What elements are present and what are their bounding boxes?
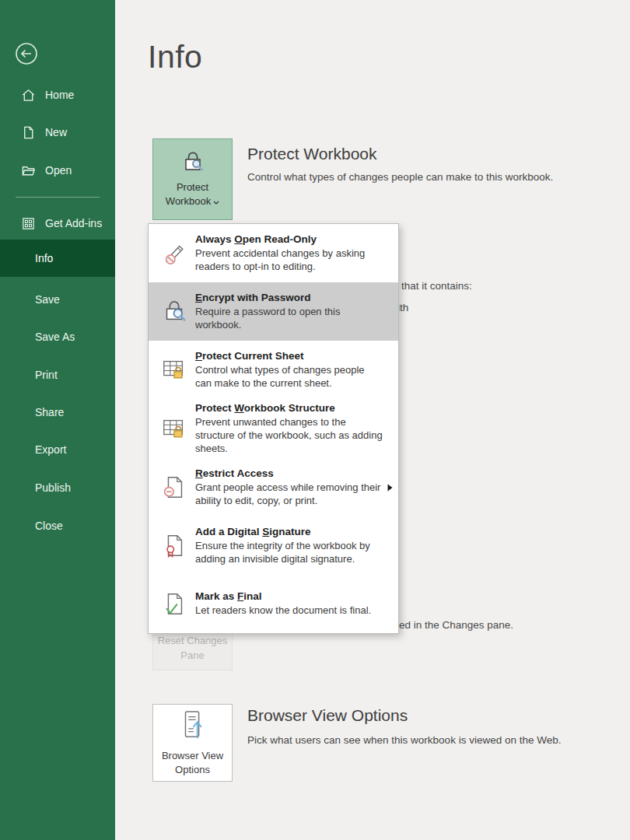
browser-view-options-description: Pick what users can see when this workbo…	[247, 734, 561, 746]
protect-workbook-description: Control what types of changes people can…	[247, 171, 553, 183]
menu-item-title: Always Open Read-Only	[195, 233, 383, 245]
menu-item-protect-workbook-structure[interactable]: Protect Workbook Structure Prevent unwan…	[149, 399, 398, 458]
sidebar-item-info[interactable]: Info	[0, 240, 115, 277]
menu-item-title: Restrict Access	[195, 467, 383, 479]
browser-view-options-heading: Browser View Options	[247, 706, 408, 725]
back-icon	[13, 56, 40, 69]
menu-item-mark-as-final[interactable]: Mark as Final Let readers know the docum…	[149, 575, 398, 633]
doc-check-icon	[158, 591, 191, 618]
sidebar-item-label: Save	[35, 293, 60, 306]
sidebar-item-label: New	[45, 126, 67, 138]
sidebar-item-home[interactable]: Home	[0, 76, 115, 114]
sidebar-item-export[interactable]: Export	[0, 431, 115, 468]
menu-item-description: Ensure the integrity of the workbook by …	[195, 539, 383, 565]
home-icon	[21, 87, 37, 103]
menu-item-description: Control what types of changes people can…	[195, 363, 383, 390]
menu-item-title: Encrypt with Password	[195, 292, 383, 303]
sidebar-item-label: Info	[35, 252, 53, 264]
menu-item-description: Require a password to open this workbook…	[195, 305, 383, 331]
back-button[interactable]	[13, 40, 40, 67]
menu-item-protect-current-sheet[interactable]: Protect Current Sheet Control what types…	[149, 341, 398, 399]
menu-item-restrict-access[interactable]: Restrict Access Grant people access whil…	[149, 458, 398, 516]
sidebar-item-label: Export	[35, 443, 66, 456]
menu-item-title: Protect Current Sheet	[195, 350, 383, 362]
doc-restrict-icon	[158, 474, 191, 501]
sidebar-item-save[interactable]: Save	[0, 281, 115, 318]
sidebar-item-new[interactable]: New	[0, 114, 115, 151]
protect-workbook-button[interactable]: Protect Workbook	[152, 138, 233, 220]
sidebar-item-label: Home	[45, 89, 74, 101]
lock-magnifier-icon	[158, 298, 191, 324]
backstage-sidebar: Home New Open	[0, 0, 115, 840]
menu-item-add-digital-signature[interactable]: Add a Digital Signature Ensure the integ…	[149, 516, 398, 575]
lock-search-icon	[180, 150, 205, 177]
menu-item-title: Add a Digital Signature	[195, 526, 383, 537]
browser-view-icon	[178, 709, 208, 745]
sidebar-item-print[interactable]: Print	[0, 356, 115, 394]
browser-view-options-button[interactable]: Browser View Options	[152, 704, 233, 782]
protect-workbook-button-label: Protect Workbook	[166, 180, 219, 208]
protect-workbook-dropdown-menu: Always Open Read-Only Prevent accidental…	[148, 223, 399, 634]
sidebar-item-label: Open	[45, 164, 72, 177]
sidebar-item-save-as[interactable]: Save As	[0, 318, 115, 355]
menu-item-encrypt-with-password[interactable]: Encrypt with Password Require a password…	[149, 282, 398, 341]
sidebar-item-label: Save As	[35, 331, 75, 343]
chevron-down-icon	[213, 195, 219, 207]
menu-item-description: Prevent unwanted changes to the structur…	[195, 415, 383, 455]
occluded-text-path: ith	[397, 302, 408, 313]
menu-item-description: Grant people access while removing their…	[195, 481, 383, 507]
browser-view-options-button-label: Browser View Options	[162, 749, 223, 776]
page-title: Info	[148, 39, 202, 75]
sidebar-item-close[interactable]: Close	[0, 507, 115, 544]
occluded-text-inspect: that it contains:	[401, 280, 472, 292]
sheet-lock-icon	[158, 356, 191, 383]
sidebar-item-label: Close	[35, 520, 63, 532]
sidebar-item-label: Share	[35, 406, 64, 418]
sidebar-item-open[interactable]: Open	[0, 152, 115, 189]
sidebar-item-share[interactable]: Share	[0, 394, 115, 431]
sidebar-item-label: Get Add-ins	[45, 217, 102, 229]
sidebar-item-label: Print	[35, 369, 58, 381]
reset-changes-label2: Pane	[180, 649, 204, 663]
protect-workbook-heading: Protect Workbook	[247, 145, 377, 163]
menu-item-always-open-read-only[interactable]: Always Open Read-Only Prevent accidental…	[149, 224, 398, 282]
sidebar-item-label: Publish	[35, 481, 71, 494]
excel-backstage-info-page: Home New Open	[0, 0, 630, 840]
sidebar-item-publish[interactable]: Publish	[0, 469, 115, 506]
doc-ribbon-icon	[158, 533, 191, 559]
menu-item-description: Prevent accidental changes by asking rea…	[195, 247, 383, 273]
menu-item-title: Mark as Final	[195, 590, 383, 602]
reset-changes-label: Reset Changes	[158, 634, 228, 649]
occluded-text-changes: ed in the Changes pane.	[399, 619, 513, 631]
sheet-lock-icon	[158, 415, 191, 442]
menu-item-description: Let readers know the document is final.	[195, 604, 383, 617]
sidebar-divider	[16, 197, 100, 198]
add-ins-icon	[21, 215, 37, 231]
new-document-icon	[21, 124, 37, 140]
submenu-arrow-icon	[387, 484, 393, 492]
open-folder-icon	[21, 163, 37, 178]
sidebar-item-get-add-ins[interactable]: Get Add-ins	[0, 205, 115, 242]
pencil-block-icon	[158, 240, 191, 266]
menu-item-title: Protect Workbook Structure	[195, 402, 383, 414]
